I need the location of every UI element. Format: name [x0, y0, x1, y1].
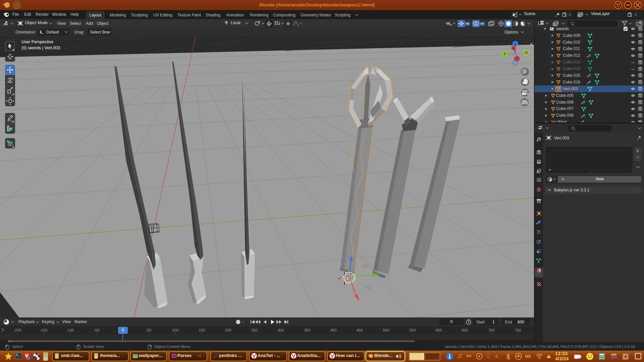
svg-text:X: X	[513, 47, 515, 50]
svg-text:User Perspective: User Perspective	[21, 40, 53, 44]
svg-text:Y: Y	[503, 52, 506, 56]
svg-text:(0) swords | Vert.003: (0) swords | Vert.003	[21, 46, 60, 50]
svg-text:a: a	[625, 354, 627, 358]
svg-text:Z: Z	[514, 42, 516, 46]
